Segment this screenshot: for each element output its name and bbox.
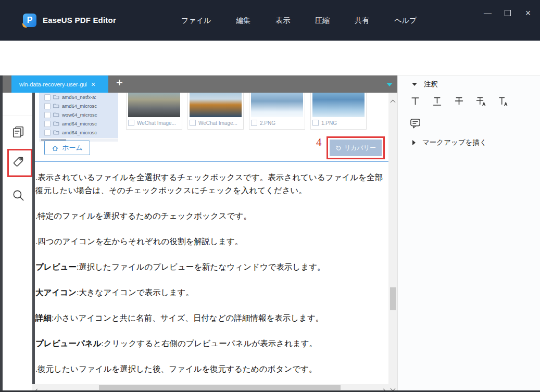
underline-text-icon[interactable] [431,95,443,107]
image-card: 2.PNG [249,93,305,130]
paragraph: プレビューパネル:クリックすると右側のプレビューパネルが表示されます。 [35,337,387,350]
draw-markup-section-header[interactable]: マークアップを描く [412,138,487,147]
image-filename: WeChat Image... [198,120,237,126]
checkbox-icon [128,120,134,126]
app-logo-icon: P [23,14,36,27]
title-bar: P EaseUS PDF Editor ファイル 編集 表示 圧縮 共有 ヘルプ… [0,0,540,41]
pdf-body-text: .表示されているファイルを全選択するチェックボックスです。表示されているファイル… [35,171,387,384]
paragraph: 詳細:小さいアイコンと共に名前、サイズ、日付などの詳細情報を表示します。 [35,311,387,324]
folder-row: amd64_microsc [44,120,97,128]
recover-arrow-icon [335,145,342,151]
paragraph: プレビュー:選択したファイルのプレビューを新たなウィンドウで表示します。 [35,260,387,273]
chevron-right-icon [412,140,416,145]
paragraph: .復元したいファイルを選択した後、ファイルを復元するためのボタンです。 [35,362,387,375]
menu-compress[interactable]: 圧縮 [315,16,330,26]
folder-row: wow64_microsc [44,111,97,119]
replace-text-icon[interactable] [475,95,487,107]
checkbox-icon [44,94,51,100]
left-sidebar [3,93,32,392]
recovery-button: リカバリー [330,140,382,156]
checkbox-icon [44,130,51,136]
paragraph: 大アイコン:大きなアイコンで表示します。 [35,286,387,299]
home-button-label: ホーム [62,143,83,153]
tag-bookmark-icon[interactable] [11,155,25,168]
new-tab-button[interactable]: + [116,76,123,90]
menu-share[interactable]: 共有 [355,16,369,26]
logo-corner-accent [22,23,27,28]
pdf-page-content[interactable]: amd64_netfx-a: amd64_microsc wow64_micro… [35,93,388,384]
strikethrough-text-icon[interactable] [453,95,465,107]
photo-thumbnail [128,93,180,117]
window-controls: — × [484,8,532,18]
minimize-icon[interactable]: — [484,9,491,17]
page-thumbnails-icon[interactable] [11,125,25,138]
menu-view[interactable]: 表示 [275,16,290,26]
folder-row: amd64_netfx-a: [44,93,96,101]
folder-name: amd64_microsc [62,121,97,127]
main-toolbar: 作成 変換 編集 OCR ページ 保護 署名 注釈 [0,41,540,75]
image-filename: 1.PNG [321,120,337,126]
scroll-up-icon[interactable] [391,100,396,105]
checkbox-icon [44,103,51,109]
tab-active-document[interactable]: win-data-recovery-user-guid... × [11,75,108,93]
tab-close-icon[interactable]: × [91,80,95,88]
home-icon [52,145,59,151]
paragraph: .四つのアイコンを左からそれぞれの役割を解説します。 [35,235,387,248]
horizontal-scrollbar-thumb[interactable] [99,385,341,390]
paragraph: .特定のファイルを選択するためのチェックボックスです。 [35,209,387,222]
tab-label: win-data-recovery-user-guid... [11,81,87,87]
menu-edit[interactable]: 編集 [236,16,250,26]
checkbox-icon [190,120,196,126]
menu-help[interactable]: ヘルプ [394,16,417,26]
checkbox-icon [44,121,51,127]
checkbox-icon [44,112,51,118]
checkbox-icon [251,120,257,126]
photo-thumbnail [251,93,303,117]
draw-markup-label: マークアップを描く [422,138,487,147]
menu-file[interactable]: ファイル [181,16,211,26]
chevron-down-icon [412,83,417,86]
screenshot-border [35,161,388,162]
photo-thumbnail [190,93,242,117]
maximize-icon[interactable] [505,10,511,16]
folder-row: amd64_microsc [44,102,97,110]
screenshot-folder-list: amd64_netfx-a: amd64_microsc wow64_micro… [39,93,118,138]
document-tab-bar: win-data-recovery-user-guid... × + [3,75,397,93]
highlight-text-icon[interactable] [409,95,421,107]
app-title: EaseUS PDF Editor [43,16,116,24]
close-icon[interactable]: × [524,9,532,17]
search-icon[interactable] [11,188,25,202]
text-annotation-tools [409,95,509,107]
image-filename: 2.PNG [260,120,275,126]
insert-text-icon[interactable] [497,95,509,107]
vertical-scrollbar-thumb[interactable] [390,287,396,310]
paragraph: .表示されているファイルを全選択するチェックボックスです。表示されているファイル… [35,171,387,197]
tab-list-dropdown-icon[interactable] [386,83,393,86]
photo-thumbnail [312,93,365,117]
menu-bar: ファイル 編集 表示 圧縮 共有 ヘルプ [181,16,417,26]
checkbox-icon [312,120,319,126]
folder-row: amd64_microsc [44,129,97,136]
folder-name: amd64_netfx-a: [62,94,96,100]
annotation-section-header[interactable]: 注釈 [412,80,438,89]
folder-name: wow64_microsc [62,112,97,118]
image-card: WeChat Image... [187,93,244,130]
vertical-scrollbar[interactable] [388,93,397,391]
app-window: P EaseUS PDF Editor ファイル 編集 表示 圧縮 共有 ヘルプ… [0,0,540,392]
recovery-button-label: リカバリー [344,144,376,153]
home-button: ホーム [44,141,90,155]
image-filename: WeChat Image... [137,120,176,126]
sidebar-separator [3,116,32,116]
step-number-annotation: 4 [316,136,322,149]
annotation-panel: 注釈 マークアップを描く [397,75,540,392]
image-card: WeChat Image... [126,93,182,130]
image-card: 1.PNG [310,93,367,130]
logo-letter: P [27,16,33,24]
red-highlight-box-recover: リカバリー [326,136,385,159]
folder-name: amd64_microsc [62,130,97,135]
sticky-note-icon[interactable] [409,117,421,129]
folder-name: amd64_microsc [62,103,97,109]
annotation-section-label: 注釈 [424,80,438,89]
